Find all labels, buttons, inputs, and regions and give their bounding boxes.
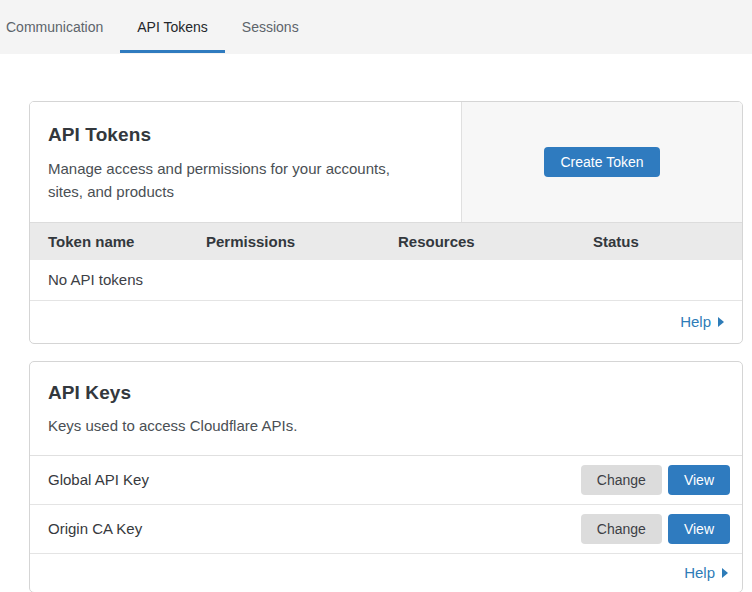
keys-help-row: Help [30,554,742,592]
tab-communication[interactable]: Communication [6,0,120,54]
change-global-key-button[interactable]: Change [581,465,662,495]
keys-help-link[interactable]: Help [684,564,728,581]
api-keys-description: Keys used to access Cloudflare APIs. [48,414,724,437]
empty-tokens-message: No API tokens [48,271,143,288]
tokens-table-header: Token name Permissions Resources Status [30,222,742,260]
keys-help-label: Help [684,564,715,581]
api-tokens-header-action-panel: Create Token [461,102,742,222]
tab-api-tokens-label: API Tokens [137,19,208,35]
tab-bar: Communication API Tokens Sessions [0,0,752,54]
api-keys-title: API Keys [48,382,724,404]
tab-communication-label: Communication [6,19,103,35]
key-name-global: Global API Key [48,471,581,488]
tokens-help-label: Help [680,313,711,330]
tab-api-tokens[interactable]: API Tokens [120,0,225,54]
api-tokens-header-text: API Tokens Manage access and permissions… [30,102,461,222]
column-header-status: Status [593,233,742,250]
tokens-table-empty-row: No API tokens [30,260,742,301]
help-arrow-icon [722,568,728,578]
api-key-row-global: Global API Key Change View [30,456,742,505]
column-header-resources: Resources [398,233,593,250]
tab-sessions[interactable]: Sessions [225,0,316,54]
column-header-permissions: Permissions [206,233,398,250]
tokens-help-row: Help [30,301,742,343]
create-token-button[interactable]: Create Token [544,147,659,177]
view-global-key-button[interactable]: View [668,465,730,495]
change-origin-ca-key-button[interactable]: Change [581,514,662,544]
api-tokens-title: API Tokens [48,124,443,146]
api-tokens-card-header: API Tokens Manage access and permissions… [30,102,742,222]
view-origin-ca-key-button[interactable]: View [668,514,730,544]
api-key-row-origin-ca: Origin CA Key Change View [30,505,742,554]
help-arrow-icon [718,317,724,327]
key-name-origin-ca: Origin CA Key [48,520,581,537]
api-keys-card: API Keys Keys used to access Cloudflare … [29,361,743,592]
column-header-token-name: Token name [48,233,206,250]
api-keys-card-header: API Keys Keys used to access Cloudflare … [30,362,742,456]
api-tokens-description: Manage access and permissions for your a… [48,157,408,204]
tokens-help-link[interactable]: Help [680,313,724,330]
tab-sessions-label: Sessions [242,19,299,35]
api-tokens-card: API Tokens Manage access and permissions… [29,101,743,344]
